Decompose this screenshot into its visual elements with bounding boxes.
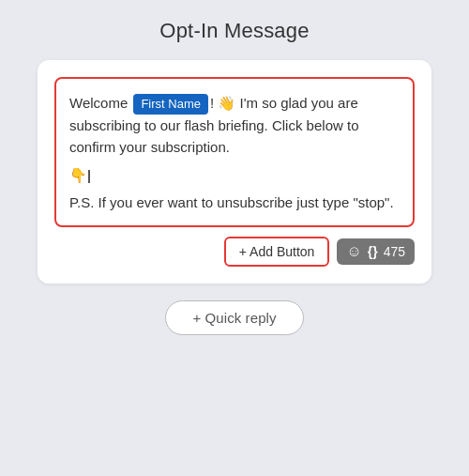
brace-icon[interactable]: {} bbox=[368, 244, 378, 259]
card: Welcome First Name! 👋 I'm so glad you ar… bbox=[38, 60, 431, 284]
emoji-icon[interactable]: ☺ bbox=[346, 243, 361, 260]
first-name-badge: First Name bbox=[133, 94, 208, 115]
message-box[interactable]: Welcome First Name! 👋 I'm so glad you ar… bbox=[54, 77, 415, 227]
message-actions: + Add Button ☺ {} 475 bbox=[54, 237, 415, 267]
message-text: Welcome First Name! 👋 I'm so glad you ar… bbox=[69, 92, 400, 159]
icon-group: ☺ {} 475 bbox=[337, 238, 415, 265]
message-line1-before: Welcome bbox=[69, 95, 131, 111]
message-line3: P.S. If you ever want to unsubscribe jus… bbox=[69, 192, 400, 213]
cursor-bar bbox=[88, 170, 90, 183]
add-button-btn[interactable]: + Add Button bbox=[224, 237, 330, 267]
page-title: Opt-In Message bbox=[159, 19, 309, 43]
quick-reply-button[interactable]: + Quick reply bbox=[165, 300, 303, 335]
message-line2: 👇 bbox=[69, 164, 400, 186]
char-count: 475 bbox=[384, 244, 405, 259]
quick-reply-row: + Quick reply bbox=[165, 300, 303, 335]
